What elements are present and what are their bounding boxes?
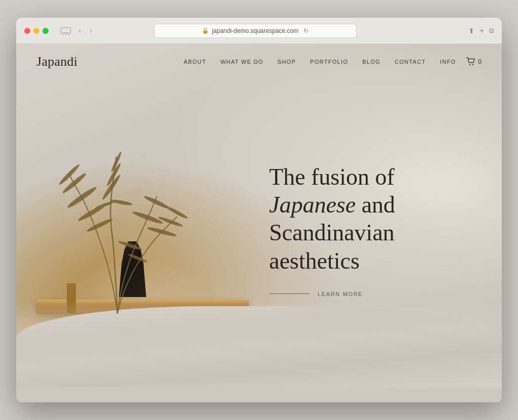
hero-heading-part1: The fusion of — [269, 164, 395, 190]
fullscreen-button[interactable] — [42, 28, 49, 34]
website-content: Japandi ABOUT WHAT WE DO SHOP PORTFOLIO … — [16, 44, 502, 402]
traffic-lights — [24, 28, 49, 34]
svg-point-15 — [118, 240, 142, 250]
back-button[interactable]: ‹ — [76, 27, 84, 35]
learn-more-button[interactable]: LEARN MORE — [269, 291, 461, 297]
hero-heading-italic: Japanese — [269, 192, 356, 218]
window-icon[interactable] — [61, 27, 71, 34]
nav-item-contact[interactable]: CONTACT — [395, 59, 426, 65]
close-button[interactable] — [24, 28, 30, 34]
browser-actions: ⬆ + ⧉ — [468, 26, 494, 35]
nav-item-info[interactable]: INFO — [440, 59, 456, 65]
browser-chrome: ‹ › 🔒 japandi-demo.squarespace.com ↻ ⬆ +… — [16, 18, 502, 44]
svg-point-1 — [61, 172, 88, 194]
browser-controls: ‹ › — [59, 27, 95, 35]
nav-item-shop[interactable]: SHOP — [278, 59, 296, 65]
svg-point-17 — [469, 64, 470, 65]
windows-button[interactable]: ⧉ — [489, 27, 494, 35]
cart-icon — [466, 57, 476, 66]
hero-heading: The fusion of Japanese and Scandinavian … — [269, 163, 461, 275]
site-logo[interactable]: Japandi — [36, 54, 77, 69]
share-button[interactable]: ⬆ — [468, 27, 474, 35]
nav-item-what-we-do[interactable]: WHAT WE DO — [221, 59, 264, 65]
svg-point-18 — [472, 64, 473, 65]
cart-count: 0 — [478, 58, 482, 65]
svg-point-4 — [86, 218, 113, 233]
nav-links: ABOUT WHAT WE DO SHOP PORTFOLIO BLOG CON… — [184, 59, 456, 65]
refresh-icon[interactable]: ↻ — [304, 27, 309, 34]
nav-item-portfolio[interactable]: PORTFOLIO — [310, 59, 348, 65]
new-tab-button[interactable]: + — [480, 26, 484, 35]
address-bar[interactable]: 🔒 japandi-demo.squarespace.com ↻ — [154, 24, 357, 38]
learn-more-label: LEARN MORE — [318, 291, 363, 297]
forward-button[interactable]: › — [87, 27, 95, 35]
nav-item-about[interactable]: ABOUT — [184, 59, 206, 65]
learn-more-line — [269, 293, 310, 294]
nav-item-blog[interactable]: BLOG — [362, 59, 380, 65]
lock-icon: 🔒 — [202, 27, 209, 34]
main-navigation: Japandi ABOUT WHAT WE DO SHOP PORTFOLIO … — [16, 44, 502, 79]
plant-decoration — [47, 147, 188, 314]
minimize-button[interactable] — [33, 28, 39, 34]
hero-text-block: The fusion of Japanese and Scandinavian … — [269, 163, 461, 297]
url-text: japandi-demo.squarespace.com — [212, 27, 298, 34]
cart-button[interactable]: 0 — [466, 57, 482, 66]
svg-point-12 — [165, 205, 188, 220]
browser-window: ‹ › 🔒 japandi-demo.squarespace.com ↻ ⬆ +… — [16, 18, 502, 402]
svg-point-10 — [147, 226, 177, 237]
linen-fold — [16, 306, 502, 387]
